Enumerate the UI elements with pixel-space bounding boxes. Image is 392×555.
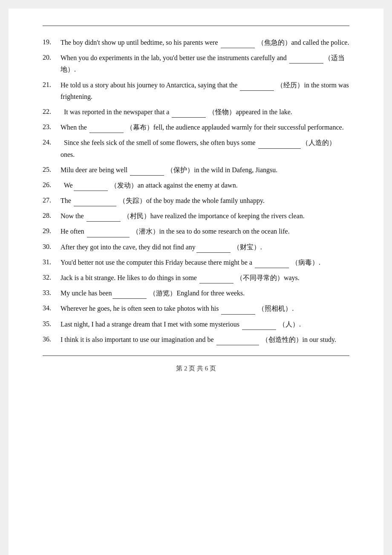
q27-text: The （失踪）of the boy made the whole family… <box>61 194 349 206</box>
question-27: 27. The （失踪）of the boy made the whole fa… <box>43 194 349 206</box>
q24-number: 24. <box>43 136 61 160</box>
q21-text: He told us a story about his journey to … <box>61 79 349 102</box>
top-divider <box>43 26 349 26</box>
q30-blank <box>196 241 231 253</box>
q31-text: You'd better not use the computer this F… <box>61 256 349 268</box>
question-24: 24. Since she feels sick of the smell of… <box>43 136 349 160</box>
q28-number: 28. <box>43 210 61 222</box>
question-32: 32. Jack is a bit strange. He likes to d… <box>43 272 349 283</box>
question-28: 28. Now the （村民）have realized the import… <box>43 210 349 222</box>
q34-blank <box>221 302 255 314</box>
q30-text: After they got into the cave, they did n… <box>61 241 349 253</box>
q21-blank <box>240 79 274 91</box>
question-22: 22. It was reported in the newspaper tha… <box>43 106 349 118</box>
q20-number: 20. <box>43 52 61 75</box>
q22-text: It was reported in the newspaper that a … <box>61 106 349 118</box>
question-35: 35. Last night, I had a strange dream th… <box>43 318 349 330</box>
question-23: 23. When the （幕布）fell, the audience appl… <box>43 121 349 133</box>
q22-blank <box>172 106 206 118</box>
q25-blank <box>130 164 164 176</box>
q25-text: Milu deer are being well （保护）in the wild… <box>61 164 349 176</box>
question-29: 29. He often （潜水）in the sea to do some r… <box>43 225 349 237</box>
q33-text: My uncle has been （游览）England for three … <box>61 287 349 299</box>
q27-blank <box>74 194 116 206</box>
q36-text: I think it is also important to use our … <box>61 333 349 345</box>
exam-page: 19. The boy didn't show up until bedtime… <box>9 9 383 555</box>
question-30: 30. After they got into the cave, they d… <box>43 241 349 253</box>
q34-number: 34. <box>43 302 61 314</box>
q19-number: 19. <box>43 36 61 48</box>
q26-blank <box>74 179 108 191</box>
q19-text: The boy didn't show up until bedtime, so… <box>61 36 349 48</box>
q31-number: 31. <box>43 256 61 268</box>
q36-blank <box>216 333 259 345</box>
q32-number: 32. <box>43 272 61 283</box>
q31-blank <box>255 256 289 268</box>
q29-number: 29. <box>43 225 61 237</box>
question-21: 21. He told us a story about his journey… <box>43 79 349 102</box>
bottom-divider <box>43 356 349 356</box>
questions-container: 19. The boy didn't show up until bedtime… <box>43 36 349 345</box>
q24-blank <box>258 136 301 148</box>
q29-blank <box>87 225 130 237</box>
q23-text: When the （幕布）fell, the audience applaude… <box>61 121 349 133</box>
q34-text: Wherever he goes, he is often seen to ta… <box>61 302 349 314</box>
q21-number: 21. <box>43 79 61 102</box>
q24-text: Since she feels sick of the smell of som… <box>61 136 349 160</box>
question-33: 33. My uncle has been （游览）England for th… <box>43 287 349 299</box>
q35-number: 35. <box>43 318 61 330</box>
question-20: 20. When you do experiments in the lab, … <box>43 52 349 75</box>
q20-blank <box>289 52 323 64</box>
q23-number: 23. <box>43 121 61 133</box>
q29-text: He often （潜水）in the sea to do some resea… <box>61 225 349 237</box>
q23-blank <box>89 121 124 133</box>
q26-number: 26. <box>43 179 61 191</box>
q33-blank <box>112 287 147 299</box>
q32-text: Jack is a bit strange. He likes to do th… <box>61 272 349 283</box>
q32-blank <box>199 272 233 283</box>
q22-number: 22. <box>43 106 61 118</box>
question-36: 36. I think it is also important to use … <box>43 333 349 345</box>
question-19: 19. The boy didn't show up until bedtime… <box>43 36 349 48</box>
q20-text: When you do experiments in the lab, you'… <box>61 52 349 75</box>
question-25: 25. Milu deer are being well （保护）in the … <box>43 164 349 176</box>
q30-number: 30. <box>43 241 61 253</box>
q28-text: Now the （村民）have realized the importance… <box>61 210 349 222</box>
q35-blank <box>242 318 276 330</box>
q33-number: 33. <box>43 287 61 299</box>
question-31: 31. You'd better not use the computer th… <box>43 256 349 268</box>
q25-number: 25. <box>43 164 61 176</box>
q36-number: 36. <box>43 333 61 345</box>
question-34: 34. Wherever he goes, he is often seen t… <box>43 302 349 314</box>
q28-blank <box>86 210 121 222</box>
page-footer: 第 2 页 共 6 页 <box>43 364 349 373</box>
q26-text: We （发动）an attack against the enemy at da… <box>61 179 349 191</box>
q35-text: Last night, I had a strange dream that I… <box>61 318 349 330</box>
question-26: 26. We （发动）an attack against the enemy a… <box>43 179 349 191</box>
q19-blank <box>221 36 255 48</box>
q27-number: 27. <box>43 194 61 206</box>
